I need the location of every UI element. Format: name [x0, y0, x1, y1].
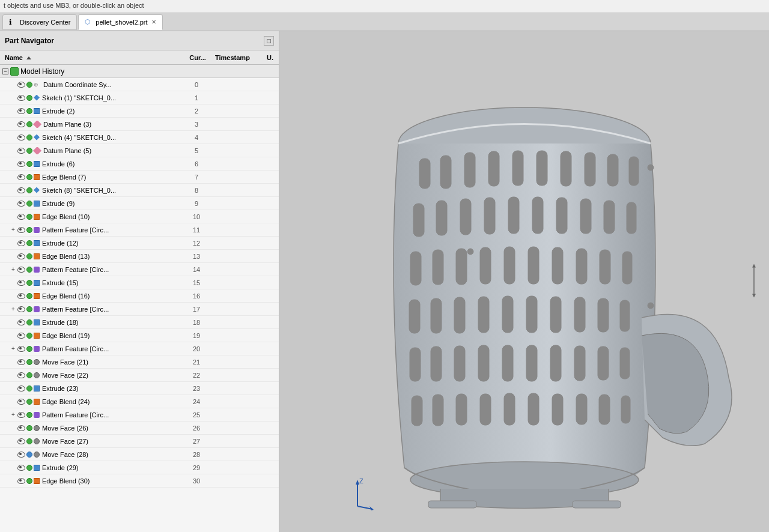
svg-rect-56 — [504, 393, 515, 425]
row-current-val: 4 — [181, 134, 211, 141]
tree-row[interactable]: Move Face (26) 26 — [0, 422, 279, 435]
row-current-val: 8 — [181, 187, 211, 194]
tree-row[interactable]: Extrude (23) 23 — [0, 382, 279, 395]
row-current-val: 6 — [181, 160, 211, 168]
tree-row[interactable]: Move Face (27) 27 — [0, 435, 279, 448]
tree-row[interactable]: Edge Blend (16) 16 — [0, 289, 279, 303]
row-current-val: 20 — [181, 345, 211, 352]
green-status-icon — [26, 293, 32, 299]
tree-row[interactable]: Move Face (22) 22 — [0, 369, 279, 382]
row-label: Pattern Feature [Circ... — [42, 226, 109, 234]
collapse-model-history-button[interactable]: − — [2, 68, 8, 74]
tree-row[interactable]: Extrude (15) 15 — [0, 276, 279, 289]
tree-row[interactable]: Move Face (28) 28 — [0, 448, 279, 461]
tree-row[interactable]: Datum Plane (3) 3 — [0, 118, 279, 131]
tree-row[interactable]: Extrude (18) 18 — [0, 316, 279, 329]
green-status-icon — [26, 161, 32, 167]
row-label: Extrude (9) — [42, 200, 74, 207]
datum-plane-icon — [33, 147, 41, 154]
tree-row[interactable]: Extrude (29) 29 — [0, 461, 279, 474]
svg-rect-45 — [478, 345, 489, 381]
tree-content[interactable]: − Model History ⊕ Datum Coordinate Sy...… — [0, 65, 279, 532]
tab-pellet-shovel[interactable]: ⬡ pellet_shovel2.prt ✕ — [78, 14, 162, 30]
col-header-cur[interactable]: Cur... — [183, 54, 213, 61]
tab-discovery[interactable]: ℹ Discovery Center — [2, 14, 77, 30]
svg-point-63 — [648, 303, 654, 309]
svg-rect-37 — [526, 296, 537, 333]
row-current-val: 30 — [181, 477, 211, 485]
model-history-root[interactable]: − Model History — [0, 65, 279, 78]
tree-row[interactable]: Extrude (2) 2 — [0, 104, 279, 118]
svg-rect-36 — [502, 296, 513, 333]
expand-button[interactable]: + — [10, 411, 17, 419]
tree-rows-container: ⊕ Datum Coordinate Sy... 0 Sketch (1) "S… — [0, 78, 279, 488]
sketch-icon — [34, 135, 40, 141]
tree-row[interactable]: + Pattern Feature [Circ... 17 — [0, 303, 279, 316]
expand-button[interactable]: + — [10, 306, 17, 313]
tree-row[interactable]: Edge Blend (19) 19 — [0, 329, 279, 342]
green-status-icon — [26, 425, 32, 431]
tree-row[interactable]: Edge Blend (13) 13 — [0, 250, 279, 263]
row-current-val: 2 — [181, 107, 211, 115]
row-name-cell: Extrude (15) — [0, 279, 181, 286]
svg-rect-46 — [502, 345, 513, 381]
row-label: Edge Blend (24) — [42, 398, 90, 405]
row-name-cell: Edge Blend (10) — [0, 213, 181, 220]
axis-svg: Z — [339, 476, 375, 512]
row-name-cell: Extrude (12) — [0, 240, 181, 247]
row-current-val: 19 — [181, 332, 211, 339]
tree-row[interactable]: Move Face (21) 21 — [0, 355, 279, 369]
expand-button[interactable]: + — [10, 266, 17, 273]
tree-row[interactable]: Edge Blend (30) 30 — [0, 474, 279, 488]
edge-blend-icon — [34, 293, 40, 299]
tree-row[interactable]: Sketch (8) "SKETCH_0... 8 — [0, 184, 279, 197]
row-name-cell: Edge Blend (19) — [0, 332, 181, 339]
row-label: Pattern Feature [Circ... — [42, 345, 109, 352]
expand-button[interactable]: + — [10, 345, 17, 352]
tree-row[interactable]: Datum Plane (5) 5 — [0, 144, 279, 157]
tree-row[interactable]: Edge Blend (10) 10 — [0, 210, 279, 223]
col-header-name[interactable]: Name — [0, 54, 183, 61]
svg-rect-67 — [573, 501, 621, 508]
tree-row[interactable]: Sketch (4) "SKETCH_0... 4 — [0, 131, 279, 144]
svg-rect-9 — [585, 153, 595, 186]
tree-row[interactable]: + Pattern Feature [Circ... 14 — [0, 263, 279, 276]
svg-rect-53 — [433, 394, 443, 426]
tree-row[interactable]: Extrude (6) 6 — [0, 157, 279, 171]
viewport[interactable]: Z — [279, 31, 769, 532]
green-status-icon — [26, 319, 32, 325]
tree-row[interactable]: + Pattern Feature [Circ... 11 — [0, 223, 279, 237]
green-status-icon — [26, 333, 32, 339]
tab-close-button[interactable]: ✕ — [151, 19, 156, 25]
blue-status-icon — [26, 452, 32, 458]
svg-rect-7 — [536, 151, 547, 186]
extrude-icon — [34, 280, 40, 286]
tree-row[interactable]: Edge Blend (7) 7 — [0, 171, 279, 184]
tree-row[interactable]: Sketch (1) "SKETCH_0... 1 — [0, 91, 279, 104]
tree-row[interactable]: + Pattern Feature [Circ... 20 — [0, 342, 279, 355]
eye-icon — [17, 465, 25, 471]
tree-row[interactable]: ⊕ Datum Coordinate Sy... 0 — [0, 78, 279, 91]
svg-rect-61 — [621, 396, 630, 423]
row-name-cell: Extrude (29) — [0, 464, 181, 471]
row-label: Edge Blend (16) — [42, 292, 90, 300]
pattern-icon — [34, 306, 40, 312]
pattern-icon — [34, 227, 40, 233]
tree-header: Name Cur... Timestamp U. — [0, 50, 279, 65]
maximize-button[interactable]: □ — [264, 36, 274, 46]
expand-button[interactable]: + — [10, 226, 17, 234]
row-label: Move Face (28) — [42, 451, 88, 458]
svg-rect-14 — [460, 199, 471, 235]
svg-rect-26 — [504, 247, 515, 284]
tree-row[interactable]: + Pattern Feature [Circ... 25 — [0, 408, 279, 422]
svg-text:Z: Z — [359, 477, 363, 485]
model-history-icon — [10, 67, 19, 76]
eye-icon — [17, 253, 25, 259]
tree-row[interactable]: Extrude (12) 12 — [0, 237, 279, 250]
datum-plane-icon — [33, 121, 41, 128]
row-current-val: 13 — [181, 253, 211, 260]
tree-row[interactable]: Extrude (9) 9 — [0, 197, 279, 210]
nav-cube[interactable] — [745, 263, 763, 301]
col-header-timestamp[interactable]: Timestamp — [213, 54, 267, 61]
tree-row[interactable]: Edge Blend (24) 24 — [0, 395, 279, 408]
